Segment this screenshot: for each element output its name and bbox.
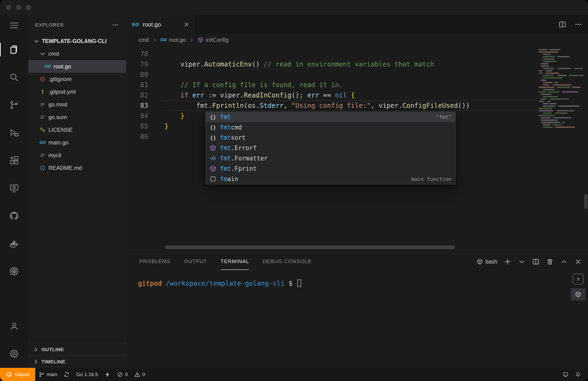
breadcrumb-initconfig[interactable]: initConfig: [197, 37, 229, 43]
close-panel-icon[interactable]: [574, 258, 582, 266]
status-warnings[interactable]: 0: [131, 368, 148, 381]
run-debug-icon: [9, 128, 19, 138]
suggest-item-fmtcmd[interactable]: {}fmtcmd: [206, 122, 455, 133]
terminal-cube-icon: [575, 291, 581, 298]
more-actions-icon[interactable]: [574, 20, 582, 28]
activity-item-menu[interactable]: [0, 15, 28, 36]
terminal[interactable]: gitpod /workspace/template-golang-cli $: [126, 270, 569, 368]
tree-item-go.mod[interactable]: go.mod: [28, 98, 126, 111]
suggest-item-fmt-Errorf[interactable]: fmt.Errorf: [206, 143, 455, 153]
line-number-79: 79: [126, 59, 165, 70]
file-tree: cmdGOroot.go.gitignore!.gitpod.ymlgo.mod…: [28, 47, 126, 174]
panel-tab-output[interactable]: OUTPUT: [184, 253, 207, 270]
maximize-panel-icon[interactable]: [560, 258, 568, 266]
activity-bar-bottom: [0, 312, 28, 368]
activity-item-account[interactable]: [0, 312, 28, 340]
status-screencast[interactable]: [559, 368, 572, 381]
code-line-79[interactable]: viper.AutomaticEnv() // read in environm…: [165, 59, 536, 70]
status-branch[interactable]: main: [35, 368, 61, 381]
status-sync[interactable]: [61, 368, 73, 381]
status-go-tools[interactable]: [101, 368, 114, 381]
suggest-item-fmt-Formatter[interactable]: fmt.Formatter: [206, 153, 455, 164]
close-window-button[interactable]: [6, 5, 11, 10]
terminal-tabs-expand-button[interactable]: [573, 274, 584, 285]
file-label: .gitpod.yml: [48, 89, 76, 95]
braces-symbol-icon: {}: [210, 124, 216, 131]
line-number-81: 81: [126, 80, 165, 90]
code-line-81[interactable]: // If a config file is found, read it in…: [165, 80, 536, 90]
tree-item-LICENSE[interactable]: LICENSE: [28, 124, 126, 136]
zoom-window-button[interactable]: [26, 5, 31, 10]
code-editor[interactable]: 787980818283848586 viper.AutomaticEnv() …: [126, 46, 588, 253]
search-icon: [9, 72, 19, 82]
info-file-icon: [40, 165, 46, 171]
line-number-84: 84: [126, 111, 165, 121]
code-line-82[interactable]: if err := viper.ReadInConfig(); err == n…: [165, 90, 536, 100]
go-file-icon: GO: [40, 140, 46, 145]
panel-tab-debug-console[interactable]: DEBUG CONSOLE: [263, 253, 312, 270]
editor-actions: [558, 15, 582, 34]
minimize-window-button[interactable]: [16, 5, 21, 10]
tree-item-go.sum[interactable]: go.sum: [28, 111, 126, 124]
tree-item-.gitpod.yml[interactable]: !.gitpod.yml: [28, 85, 126, 98]
tree-item-.gitignore[interactable]: .gitignore: [28, 73, 126, 85]
tab-close-icon[interactable]: [183, 21, 190, 28]
split-terminal-icon[interactable]: [532, 258, 540, 266]
horizontal-scrollbar[interactable]: [165, 246, 455, 249]
terminal-tab-item-bash[interactable]: [571, 288, 586, 300]
code-line-83[interactable]: fmt.Fprintln(os.Stderr, "Using config fi…: [165, 100, 536, 111]
tab-root-go[interactable]: GO root.go: [126, 15, 195, 34]
status-warnings-label: 0: [142, 372, 145, 377]
activity-item-run-debug[interactable]: [0, 119, 28, 147]
suggest-item-fmt-Fprint[interactable]: fmt.Fprint: [206, 164, 455, 174]
minimap[interactable]: [539, 48, 584, 251]
terminal-profiles-dropdown-icon[interactable]: [518, 258, 525, 266]
terminal-prompt: gitpod /workspace/template-golang-cli $: [138, 280, 296, 287]
tree-item-cmd[interactable]: cmd: [28, 47, 126, 60]
braces-symbol-icon: {}: [210, 114, 216, 120]
activity-item-search[interactable]: [0, 63, 28, 91]
code-line-80[interactable]: [165, 70, 536, 80]
line-number-80: 80: [126, 70, 165, 80]
activity-item-docker[interactable]: [0, 230, 28, 257]
interface-symbol-icon: [210, 155, 216, 162]
activity-item-settings[interactable]: [0, 340, 28, 368]
screen-icon: [563, 372, 568, 378]
tree-item-main.go[interactable]: GOmain.go: [28, 136, 126, 149]
file-label: .gitignore: [48, 76, 72, 82]
section-timeline[interactable]: TIMELINE: [28, 355, 126, 368]
tree-root-folder[interactable]: TEMPLATE-GOLANG-CLI: [28, 35, 126, 47]
vertical-scrollbar[interactable]: [584, 194, 588, 209]
suggest-item-fmtsort[interactable]: {}fmtsort: [206, 133, 455, 143]
activity-item-source-control[interactable]: [0, 91, 28, 119]
tree-item-root.go[interactable]: GOroot.go: [28, 60, 126, 73]
new-terminal-icon[interactable]: [504, 258, 511, 266]
tab-bar: GO root.go: [126, 15, 588, 34]
split-editor-icon[interactable]: [558, 20, 566, 28]
suggest-item-fmain[interactable]: fmainmain function: [206, 174, 455, 184]
panel-tab-problems[interactable]: PROBLEMS: [139, 253, 170, 270]
panel-tab-terminal[interactable]: TERMINAL: [221, 253, 249, 270]
activity-item-explorer[interactable]: [0, 36, 28, 63]
activity-item-github[interactable]: [0, 202, 28, 230]
breadcrumb-cmd[interactable]: cmd: [139, 37, 148, 43]
explorer-actions-icon[interactable]: [112, 21, 119, 28]
activity-item-kubernetes[interactable]: [0, 257, 28, 285]
chevron-right-icon: [189, 37, 194, 42]
code-line-78[interactable]: [165, 49, 536, 59]
breadcrumb-root-go[interactable]: GO root.go: [160, 37, 186, 43]
file-label: go.mod: [48, 101, 67, 108]
activity-item-remote-explorer[interactable]: [0, 174, 28, 202]
status-errors[interactable]: 0: [114, 368, 131, 381]
section-outline[interactable]: OUTLINE: [28, 343, 126, 355]
tree-item-mycli[interactable]: mycli: [28, 149, 126, 162]
status-remote[interactable]: Gitpod: [0, 368, 35, 381]
status-notifications[interactable]: [572, 368, 584, 381]
kill-terminal-icon[interactable]: [546, 258, 554, 266]
tree-item-README.md[interactable]: README.md: [28, 162, 126, 174]
activity-item-extensions[interactable]: [0, 147, 28, 174]
suggest-item-fmt[interactable]: {}fmt"fmt": [206, 112, 455, 122]
shell-label: bash: [485, 259, 497, 265]
terminal-instance-bash[interactable]: bash: [477, 258, 497, 265]
status-go-version[interactable]: Go 1.16.5: [73, 368, 101, 381]
